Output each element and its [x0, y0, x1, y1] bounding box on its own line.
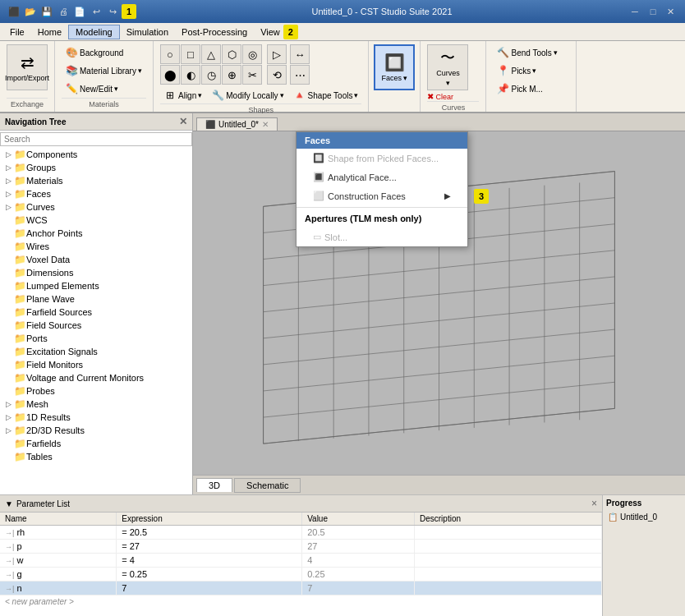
dropdown-divider — [297, 207, 467, 208]
print-icon[interactable]: 🖨 — [56, 4, 71, 19]
nav-item-voltage-current-monitors[interactable]: 📁 Voltage and Current Monitors — [0, 371, 192, 384]
curves-button[interactable]: 〜 Curves ▾ — [427, 44, 468, 90]
nav-search-input[interactable] — [0, 132, 192, 146]
table-row[interactable]: →| p = 27 27 — [0, 540, 602, 554]
shape-transform-button[interactable]: ↔ — [290, 44, 310, 64]
shape-cone-button[interactable]: △ — [201, 44, 221, 64]
dropdown-item-analytical-face[interactable]: 🔳 Analytical Face... — [297, 168, 467, 186]
dropdown-item-construction-faces[interactable]: ⬜ Construction Faces ▶ 3 — [297, 186, 467, 205]
nav-item-farfield-sources[interactable]: 📁 Farfield Sources — [0, 306, 192, 319]
tab-icon: ⬛ — [205, 120, 215, 129]
nav-item-plane-wave[interactable]: 📁 Plane Wave — [0, 292, 192, 306]
menu-home[interactable]: Home — [31, 25, 68, 39]
nav-item-label: Materials — [26, 176, 63, 186]
viewport-tab[interactable]: ⬛ Untitled_0* ✕ — [196, 117, 278, 131]
nav-item-wcs[interactable]: 📁 WCS — [0, 214, 192, 227]
nav-item-tables[interactable]: 📁 Tables — [0, 450, 192, 463]
tab-schematic[interactable]: Schematic — [234, 478, 301, 493]
align-button[interactable]: ⊞ Align ▾ — [160, 87, 205, 103]
table-row[interactable]: →| n 7 7 — [0, 582, 602, 595]
shape-cylinder-button[interactable]: ⬤ — [160, 65, 180, 85]
table-row[interactable]: →| w = 4 4 — [0, 554, 602, 568]
nav-item-2d-3d-results[interactable]: ▷ 📁 2D/3D Results — [0, 424, 192, 437]
nav-item-faces[interactable]: ▷ 📁 Faces — [0, 187, 192, 200]
expand-icon — [3, 439, 13, 448]
align-icon: ⊞ — [163, 89, 177, 102]
table-row[interactable]: →| rh = 20.5 20.5 — [0, 526, 602, 540]
shape-hex-button[interactable]: ⬡ — [222, 44, 241, 64]
nav-item-materials[interactable]: ▷ 📁 Materials — [0, 174, 192, 187]
nav-item-farfields[interactable]: 📁 Farfields — [0, 437, 192, 450]
nav-item-label: Excitation Signals — [26, 347, 98, 356]
open-folder-icon[interactable]: 📂 — [23, 4, 38, 19]
nav-item-ports[interactable]: 📁 Ports — [0, 332, 192, 345]
new-edit-button[interactable]: ✏️ New/Edit ▾ — [62, 80, 146, 97]
shape-arrow2-button[interactable]: ⟲ — [267, 65, 287, 85]
nav-tree-close-button[interactable]: ✕ — [179, 116, 187, 127]
import-export-button[interactable]: ⇄ Import/Export — [7, 44, 48, 90]
modify-locally-button[interactable]: 🔧 Modify Locally ▾ — [208, 87, 287, 103]
expand-icon: ▷ — [3, 399, 13, 409]
faces-button[interactable]: 🔲 Faces ▾ — [374, 44, 415, 90]
shape-tools-button[interactable]: 🔺 Shape Tools ▾ — [290, 87, 362, 103]
nav-item-1d-results[interactable]: ▷ 📁 1D Results — [0, 411, 192, 424]
shape-line-button[interactable]: ✂ — [242, 65, 262, 85]
nav-item-field-sources[interactable]: 📁 Field Sources — [0, 319, 192, 332]
close-button[interactable]: ✕ — [664, 4, 678, 19]
nav-item-groups[interactable]: ▷ 📁 Groups — [0, 161, 192, 174]
shape-arrow1-button[interactable]: ▷ — [267, 44, 287, 64]
param-panel-close-button[interactable]: × — [591, 498, 597, 509]
nav-item-wires[interactable]: 📁 Wires — [0, 240, 192, 253]
nav-item-label: Probes — [26, 386, 55, 396]
dropdown-item-slot: ▭ Slot... — [297, 228, 467, 246]
redo-icon[interactable]: ↪ — [105, 4, 120, 19]
nav-item-voxel-data[interactable]: 📁 Voxel Data — [0, 253, 192, 266]
shape-ellipse-button[interactable]: ◐ — [181, 65, 200, 85]
menu-post-processing[interactable]: Post-Processing — [175, 25, 254, 39]
nav-item-anchor-points[interactable]: 📁 Anchor Points — [0, 227, 192, 240]
param-expression: = 0.25 — [117, 568, 302, 582]
nav-item-probes[interactable]: 📁 Probes — [0, 384, 192, 398]
shape-box-button[interactable]: □ — [181, 44, 200, 64]
shape-torus-button[interactable]: ◎ — [242, 44, 262, 64]
parameter-list-panel: ▼ Parameter List × Name Expression Value… — [0, 495, 603, 616]
tab-3d[interactable]: 3D — [196, 478, 232, 492]
menu-modeling[interactable]: Modeling — [68, 25, 120, 39]
picks-button[interactable]: 📍 Picks ▾ — [493, 62, 569, 79]
table-row[interactable]: →| g = 0.25 0.25 — [0, 568, 602, 582]
menu-simulation[interactable]: Simulation — [120, 25, 175, 39]
minimize-button[interactable]: ─ — [628, 4, 642, 19]
menu-file[interactable]: File — [3, 25, 31, 39]
curves-clear-button[interactable]: ✖ Clear — [427, 92, 479, 101]
shape-custom-button[interactable]: ◷ — [201, 65, 221, 85]
material-library-button[interactable]: 📚 Material Library ▾ — [62, 62, 146, 79]
background-button[interactable]: 🎨 Background — [62, 44, 146, 61]
folder-icon: 📁 — [14, 359, 26, 370]
pick-more-button[interactable]: 📌 Pick M... — [493, 80, 569, 97]
faces-icon: 🔲 — [384, 53, 405, 72]
nav-item-curves[interactable]: ▷ 📁 Curves — [0, 200, 192, 214]
tab-close-button[interactable]: ✕ — [262, 120, 269, 129]
nav-item-field-monitors[interactable]: 📁 Field Monitors — [0, 358, 192, 371]
shape-sphere-button[interactable]: ○ — [160, 44, 180, 64]
maximize-button[interactable]: □ — [646, 4, 660, 19]
shape-arc-button[interactable]: ⊕ — [222, 65, 241, 85]
bend-tools-button[interactable]: 🔨 Bend Tools ▾ — [493, 44, 569, 61]
window-title: Untitled_0 - CST Studio Suite 2021 — [311, 7, 452, 16]
folder-icon: 📁 — [14, 254, 26, 265]
nav-item-mesh[interactable]: ▷ 📁 Mesh — [0, 398, 192, 411]
dropdown-header: Faces — [297, 132, 467, 149]
menu-view[interactable]: View 2 — [254, 23, 305, 41]
nav-item-components[interactable]: ▷ 📁 Components — [0, 148, 192, 161]
param-panel-header: ▼ Parameter List × — [0, 495, 602, 513]
progress-item: 📋 Untitled_0 — [606, 511, 682, 523]
nav-item-lumped-elements[interactable]: 📁 Lumped Elements — [0, 279, 192, 292]
file-icon[interactable]: 📄 — [72, 4, 87, 19]
nav-item-excitation-signals[interactable]: 📁 Excitation Signals — [0, 345, 192, 358]
save-icon[interactable]: 💾 — [39, 4, 54, 19]
new-parameter-label[interactable]: < new parameter > — [0, 595, 602, 608]
shape-more-button[interactable]: ⋯ — [290, 65, 310, 85]
faces-dropdown-menu[interactable]: Faces 🔲 Shape from Picked Faces... 🔳 Ana… — [296, 131, 468, 247]
undo-icon[interactable]: ↩ — [89, 4, 103, 19]
nav-item-dimensions[interactable]: 📁 Dimensions — [0, 266, 192, 279]
